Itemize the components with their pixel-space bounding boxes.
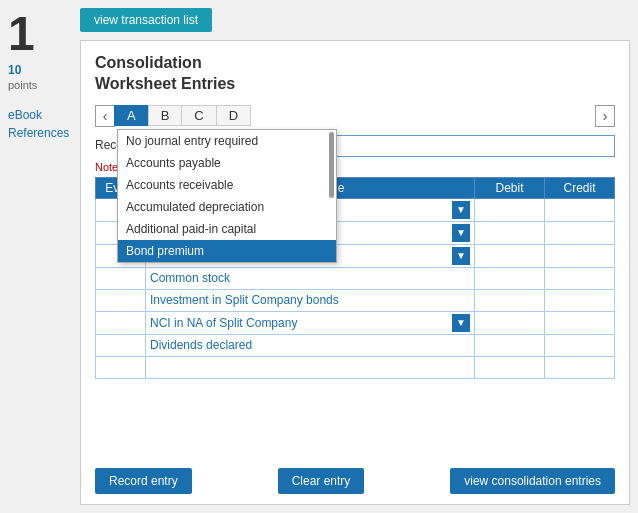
credit-input-0[interactable] xyxy=(549,203,610,217)
dropdown-item-accounts-payable[interactable]: Accounts payable xyxy=(118,152,336,174)
credit-input-5[interactable] xyxy=(549,316,610,330)
table-row-account-7 xyxy=(146,356,475,378)
view-consolidation-button[interactable]: view consolidation entries xyxy=(450,468,615,494)
debit-input-3[interactable] xyxy=(479,271,540,285)
topbar: view transaction list xyxy=(80,8,630,32)
table-row-account-5[interactable]: NCI in NA of Split Company▼ xyxy=(146,311,475,334)
tab-b[interactable]: B xyxy=(148,105,183,126)
ebook-button[interactable]: eBook xyxy=(8,108,42,122)
tab-c[interactable]: C xyxy=(181,105,216,126)
main-content: view transaction list Consolidation Work… xyxy=(80,0,638,513)
col-credit: Credit xyxy=(545,177,615,198)
dropdown-arrow-2[interactable]: ▼ xyxy=(452,247,470,265)
credit-input-2[interactable] xyxy=(549,249,610,263)
dropdown-item-accounts-receivable[interactable]: Accounts receivable xyxy=(118,174,336,196)
table-row-event-3 xyxy=(96,267,146,289)
table-row-credit-1[interactable] xyxy=(545,221,615,244)
table-row-event-7 xyxy=(96,356,146,378)
table-row-debit-1[interactable] xyxy=(475,221,545,244)
table-row-account-4[interactable]: Investment in Split Company bonds xyxy=(146,289,475,311)
debit-input-5[interactable] xyxy=(479,316,540,330)
table-row-debit-4[interactable] xyxy=(475,289,545,311)
table-row-credit-6[interactable] xyxy=(545,334,615,356)
record-entry-button[interactable]: Record entry xyxy=(95,468,192,494)
debit-input-4[interactable] xyxy=(479,293,540,307)
dropdown-list: No journal entry required Accounts payab… xyxy=(118,130,336,262)
table-row-debit-3[interactable] xyxy=(475,267,545,289)
credit-input-6[interactable] xyxy=(549,338,610,352)
card-title: Consolidation Worksheet Entries xyxy=(95,53,615,95)
debit-input-2[interactable] xyxy=(479,249,540,263)
debit-input-0[interactable] xyxy=(479,203,540,217)
card: Consolidation Worksheet Entries ‹ A B C … xyxy=(80,40,630,505)
points-value: 10 xyxy=(8,63,21,77)
footer-buttons: Record entry Clear entry view consolidat… xyxy=(95,468,615,494)
table-row-debit-6[interactable] xyxy=(475,334,545,356)
tab-d[interactable]: D xyxy=(216,105,251,126)
credit-input-3[interactable] xyxy=(549,271,610,285)
table-row-credit-2[interactable] xyxy=(545,244,615,267)
table-row-credit-3[interactable] xyxy=(545,267,615,289)
clear-entry-button[interactable]: Clear entry xyxy=(278,468,365,494)
debit-input-1[interactable] xyxy=(479,226,540,240)
table-row-event-5 xyxy=(96,311,146,334)
table-row-credit-0[interactable] xyxy=(545,198,615,221)
dropdown-arrow-0[interactable]: ▼ xyxy=(452,201,470,219)
next-tab-button[interactable]: › xyxy=(595,105,615,127)
dropdown-item-accum-depreciation[interactable]: Accumulated depreciation xyxy=(118,196,336,218)
table-row-credit-5[interactable] xyxy=(545,311,615,334)
sidebar: 1 10 points eBook References xyxy=(0,0,80,513)
credit-input-1[interactable] xyxy=(549,226,610,240)
table-row-credit-7[interactable] xyxy=(545,356,615,378)
points-label: points xyxy=(8,79,37,91)
table-row-event-6 xyxy=(96,334,146,356)
table-row-debit-0[interactable] xyxy=(475,198,545,221)
prev-tab-button[interactable]: ‹ xyxy=(95,105,115,127)
question-number: 1 xyxy=(8,10,35,58)
debit-input-6[interactable] xyxy=(479,338,540,352)
table-row-account-6[interactable]: Dividends declared xyxy=(146,334,475,356)
dropdown-item-no-entry[interactable]: No journal entry required xyxy=(118,130,336,152)
table-row-debit-2[interactable] xyxy=(475,244,545,267)
tab-a[interactable]: A xyxy=(114,105,149,126)
tabs-row: ‹ A B C D No journal entry required Acco… xyxy=(95,105,615,127)
credit-input-4[interactable] xyxy=(549,293,610,307)
dropdown-item-addl-paid-in[interactable]: Additional paid-in capital xyxy=(118,218,336,240)
scrollbar-thumb xyxy=(329,132,334,198)
debit-input-7[interactable] xyxy=(479,360,540,374)
account-dropdown[interactable]: No journal entry required Accounts payab… xyxy=(117,129,337,263)
credit-input-7[interactable] xyxy=(549,360,610,374)
table-row-debit-5[interactable] xyxy=(475,311,545,334)
references-button[interactable]: References xyxy=(8,126,69,140)
dropdown-item-bond-premium[interactable]: Bond premium xyxy=(118,240,336,262)
dropdown-arrow-1[interactable]: ▼ xyxy=(452,224,470,242)
dropdown-arrow-5[interactable]: ▼ xyxy=(452,314,470,332)
col-debit: Debit xyxy=(475,177,545,198)
table-row-account-3[interactable]: Common stock xyxy=(146,267,475,289)
table-row-debit-7[interactable] xyxy=(475,356,545,378)
table-row-credit-4[interactable] xyxy=(545,289,615,311)
table-row-event-4 xyxy=(96,289,146,311)
view-transaction-button[interactable]: view transaction list xyxy=(80,8,212,32)
